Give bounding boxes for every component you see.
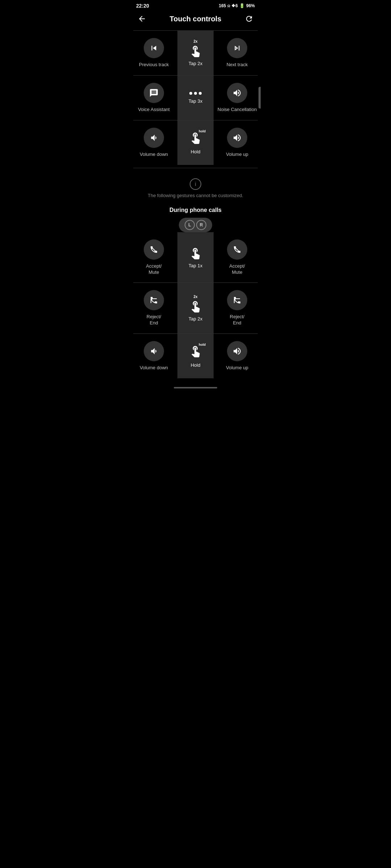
phone-calls-grid-wrapper: Accept/ Mute Tap 1x Accept/ Mute	[130, 232, 261, 378]
phone-tap2x-label: Tap 2x	[189, 316, 202, 322]
reject-end-right-label: Reject/ End	[230, 314, 244, 326]
left-ear-badge: L	[185, 220, 195, 230]
accept-mute-left-cell[interactable]: Accept/ Mute	[130, 232, 177, 283]
voice-assistant-label: Voice Assistant	[138, 107, 169, 113]
prev-track-cell[interactable]: Previous track	[130, 31, 177, 75]
accept-mute-left-icon	[144, 239, 164, 260]
accept-mute-right-label: Accept/ Mute	[229, 263, 245, 276]
controls-section: Previous track 2x Tap 2x Next track	[130, 31, 261, 165]
noise-cancellation-cell[interactable]: Noise Cancellation	[214, 76, 261, 120]
phone-volume-down-cell[interactable]: Volume down	[130, 334, 177, 378]
next-track-cell[interactable]: Next track	[214, 31, 261, 75]
next-track-icon	[227, 38, 247, 58]
battery-icon: 🔋	[239, 3, 245, 8]
accept-mute-right-icon	[227, 239, 247, 260]
hold-center-cell: hold Hold	[177, 120, 214, 165]
volume-up-cell[interactable]: Volume up	[214, 120, 261, 165]
phone-tap2x-badge: 2x	[193, 295, 197, 299]
accept-mute-right-cell[interactable]: Accept/ Mute	[214, 232, 261, 283]
info-text: The following gestures cannot be customi…	[148, 193, 243, 198]
right-handle	[258, 87, 261, 109]
reject-end-right-cell[interactable]: Reject/ End	[214, 283, 261, 333]
noise-cancellation-icon	[227, 83, 247, 103]
phone-calls-section: During phone calls L R Accept/ Mute	[130, 204, 261, 378]
reject-end-left-label: Reject/ End	[147, 314, 161, 326]
phone-tap2x-cell: 2x Tap 2x	[177, 283, 214, 333]
phone-volume-up-cell[interactable]: Volume up	[214, 334, 261, 378]
phone-volume-down-label: Volume down	[140, 365, 168, 371]
section-divider	[133, 168, 258, 168]
prev-track-label: Previous track	[139, 62, 169, 68]
right-ear-badge: R	[196, 220, 206, 230]
battery-percent: 96%	[246, 3, 255, 8]
tap3x-center-cell: Tap 3x	[177, 76, 214, 120]
phone-tap1x-label: Tap 1x	[189, 263, 202, 268]
status-bar: 22:20 165 ⍾ ❖6 🔋 96%	[130, 0, 261, 10]
volume-down-icon	[144, 128, 164, 148]
phone-hold-badge: hold	[199, 343, 206, 346]
hold-label: Hold	[191, 149, 201, 154]
tap2x-center-cell: 2x Tap 2x	[177, 31, 214, 75]
tap3x-label: Tap 3x	[189, 98, 202, 104]
back-button[interactable]	[136, 13, 148, 25]
bottom-area	[130, 378, 261, 394]
info-section: i The following gestures cannot be custo…	[130, 170, 261, 204]
tap2x-label: Tap 2x	[189, 61, 202, 66]
phone-volume-up-label: Volume up	[226, 365, 248, 371]
status-time: 22:20	[136, 3, 149, 9]
volume-down-cell[interactable]: Volume down	[130, 120, 177, 165]
status-icons: 165 ⍾ ❖6 🔋 96%	[219, 3, 255, 8]
volume-up-label: Volume up	[226, 152, 248, 158]
hold-badge: hold	[199, 129, 206, 133]
reject-end-left-icon	[144, 290, 164, 310]
controls-grid: Previous track 2x Tap 2x Next track	[130, 31, 261, 75]
lr-badge: L R	[179, 218, 212, 232]
accept-mute-left-label: Accept/ Mute	[146, 263, 161, 276]
tap2x-badge: 2x	[193, 39, 197, 43]
page-title: Touch controls	[148, 15, 243, 23]
phone-row1: Accept/ Mute Tap 1x Accept/ Mute	[130, 232, 261, 283]
phone-tap1x-cell: Tap 1x	[177, 232, 214, 283]
reject-end-right-icon	[227, 290, 247, 310]
phone-row2: Reject/ End 2x Tap 2x	[130, 283, 261, 333]
controls-grid-row2: Voice Assistant Tap 3x Noise Cancellatio…	[130, 76, 261, 120]
resolution-icon: 165	[219, 3, 226, 8]
voice-assistant-icon	[144, 83, 164, 103]
refresh-button[interactable]	[243, 13, 255, 25]
controls-grid-row3: Volume down hold Hold Volume up	[130, 120, 261, 165]
phone-row3: Volume down hold Hold Volume up	[130, 334, 261, 378]
noise-cancellation-label: Noise Cancellation	[218, 107, 257, 113]
phone-volume-down-icon	[144, 341, 164, 361]
phone-hold-label: Hold	[191, 362, 201, 368]
info-icon: i	[190, 178, 201, 190]
reject-end-left-cell[interactable]: Reject/ End	[130, 283, 177, 333]
voice-assistant-cell[interactable]: Voice Assistant	[130, 76, 177, 120]
tap3x-dots	[189, 92, 202, 95]
phone-volume-up-icon	[227, 341, 247, 361]
next-track-label: Next track	[227, 62, 248, 68]
volume-down-label: Volume down	[140, 152, 168, 158]
bluetooth-icon: ⍾	[227, 3, 230, 8]
bottom-nav-bar	[174, 387, 217, 388]
prev-track-icon	[144, 38, 164, 58]
phone-hold-cell: hold Hold	[177, 334, 214, 378]
phone-calls-title: During phone calls	[130, 204, 261, 213]
signal-icon: ❖6	[231, 3, 238, 8]
volume-up-icon	[227, 128, 247, 148]
header: Touch controls	[130, 10, 261, 30]
